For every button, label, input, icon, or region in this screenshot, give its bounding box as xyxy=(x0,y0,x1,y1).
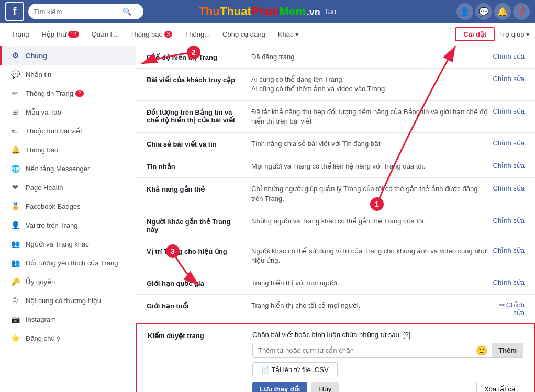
upload-csv-label: Tải lên từ file .CSV xyxy=(271,366,328,374)
sidebar-label-thong-tin-trang: Thông tin Trang xyxy=(26,89,73,97)
sidebar-item-chung[interactable]: ⚙ Chung xyxy=(0,46,136,65)
emoji-icon[interactable]: 🙂 xyxy=(472,345,492,356)
sidebar-item-page-health[interactable]: ❤ Page Health xyxy=(0,178,136,197)
chinh-sua-chia-se[interactable]: Chỉnh sửa xyxy=(493,139,525,147)
chinh-sua-che-do[interactable]: Chỉnh sửa xyxy=(493,52,525,60)
kiem-duyet-title: Chặn bài viết hoặc bình luận chứa những … xyxy=(252,331,523,339)
setting-action-kha-nang: Chỉnh sửa xyxy=(488,184,525,192)
thong-tin-badge: 2 xyxy=(75,90,84,97)
top-navigation: f 🔍 ThuThuatPhanMem.vn Tao 👤 💬 🔔 ❓ xyxy=(0,0,535,23)
bell-icon: 🔔 xyxy=(10,145,20,154)
tro-giup-button[interactable]: Trợ giúp ▾ xyxy=(499,30,530,38)
kiem-duyet-input-row: 🙂 Thêm xyxy=(252,343,523,358)
nav-thong-bao[interactable]: Thông báo 3 xyxy=(124,23,179,46)
hop-thu-badge: 12 xyxy=(68,31,79,38)
nav-trang[interactable]: Trang xyxy=(5,23,35,46)
chinh-sua-kha-nang[interactable]: Chỉnh sửa xyxy=(493,184,525,192)
setting-row-nguoi-khac: Người khác gắn thẻ Trang này Những người… xyxy=(136,210,535,240)
friends-icon[interactable]: 👤 xyxy=(456,3,473,20)
setting-action-che-do: Chỉnh sửa xyxy=(488,52,525,60)
upload-csv-button[interactable]: 📄 Tải lên từ file .CSV xyxy=(252,362,338,377)
thong-bao-badge: 3 xyxy=(164,31,173,38)
setting-value-gioi-han-tuoi: Trang hiển thị cho tất cả mọi người. xyxy=(251,301,488,310)
chinh-sua-vi-tri[interactable]: Chỉnh sửa xyxy=(493,247,525,254)
nav-cong-cu-dang[interactable]: Công cụ đăng xyxy=(216,23,272,46)
search-input[interactable] xyxy=(34,8,122,16)
sidebar-item-doi-tuong[interactable]: 👥 Đối tượng yêu thích của Trang xyxy=(0,253,136,272)
help-icon[interactable]: ❓ xyxy=(513,3,530,20)
chinh-sua-gioi-han-quoc-gia[interactable]: Chỉnh sửa xyxy=(493,278,525,286)
kiem-duyet-inner: Kiểm duyệt trang Chặn bài viết hoặc bình… xyxy=(148,331,523,392)
chinh-sua-tin-nhan[interactable]: Chỉnh sửa xyxy=(493,162,525,170)
setting-label-tin-nhan: Tin nhắn xyxy=(147,162,251,171)
file-icon: 📄 xyxy=(261,366,270,374)
sidebar-item-thong-tin-trang[interactable]: ✏ Thông tin Trang 2 xyxy=(0,84,136,103)
badge-icon: 🏅 xyxy=(10,202,20,210)
setting-action-vi-tri: Chỉnh sửa xyxy=(488,247,525,254)
setting-row-doi-tuong: Đối tượng trên Bảng tin và chế độ hiển t… xyxy=(136,101,535,133)
nav-hop-thu[interactable]: Hộp thư 12 xyxy=(35,23,85,46)
setting-action-tin-nhan: Chỉnh sửa xyxy=(488,162,525,170)
sidebar-item-thuoc-tinh[interactable]: 🏷 Thuộc tính bài viết xyxy=(0,121,136,140)
setting-action-nguoi-khac: Chỉnh sửa xyxy=(488,217,525,225)
setting-value-che-do: Đã đăng trang xyxy=(251,52,488,62)
search-bar[interactable]: 🔍 xyxy=(28,4,143,19)
nav-thong[interactable]: Thông... xyxy=(179,23,216,46)
setting-action-chia-se: Chỉnh sửa xyxy=(488,139,525,147)
sidebar-item-nguoi-trang[interactable]: 👥 Người và Trang khác xyxy=(0,234,136,253)
setting-label-chia-se: Chia sẻ bài viết và tin xyxy=(147,139,251,148)
sidebar-item-nhan-tin[interactable]: 💬 Nhắn tin xyxy=(0,65,136,84)
sidebar-item-badges[interactable]: 🏅 Facebook Badges xyxy=(0,197,136,216)
sidebar-item-thong-bao[interactable]: 🔔 Thông báo xyxy=(0,140,136,159)
kiem-duyet-input[interactable] xyxy=(253,343,472,357)
sidebar-item-instagram[interactable]: 📷 Instagram xyxy=(0,310,136,329)
setting-label-gioi-han-quoc-gia: Giới hạn quốc gia xyxy=(147,278,251,287)
sidebar-label-mau-tab: Mẫu và Tab xyxy=(26,108,61,116)
message-icon: 💬 xyxy=(10,70,20,79)
setting-action-bai-viet: Chỉnh sửa xyxy=(488,75,525,83)
chinh-sua-gioi-han-tuoi[interactable]: Chỉnh sửa xyxy=(506,301,525,317)
setting-action-gioi-han-quoc-gia: Chỉnh sửa xyxy=(488,278,525,286)
edit-icon: ✏ xyxy=(10,89,20,97)
messenger-icon[interactable]: 💬 xyxy=(475,3,492,20)
sidebar-label-nen-tang: Nền tảng Messenger xyxy=(26,165,90,173)
xoa-tat-ca-button[interactable]: Xóa tất cả xyxy=(476,382,523,392)
setting-action-doi-tuong: Chỉnh sửa xyxy=(488,107,525,115)
facebook-logo: f xyxy=(5,2,24,21)
copyright-icon: © xyxy=(10,296,20,305)
sec-nav-right: Cài đặt Trợ giúp ▾ xyxy=(455,27,530,41)
cai-dat-button[interactable]: Cài đặt xyxy=(455,27,495,41)
upload-csv-row: 📄 Tải lên từ file .CSV xyxy=(252,362,523,377)
sidebar-label-noi-dung: Nội dung có thương hiệu xyxy=(26,297,101,305)
setting-value-kha-nang: Chỉ những người giúp quản lý Trang của t… xyxy=(251,184,488,203)
sidebar-item-uy-quyen[interactable]: 🔑 Ủy quyền xyxy=(0,272,136,291)
sidebar-label-doi-tuong: Đối tượng yêu thích của Trang xyxy=(26,259,118,267)
setting-value-vi-tri: Người khác có thể sử dụng vị trí của Tra… xyxy=(251,247,488,265)
content-area: Chế độ hiển thị Trang Đã đăng trang Chỉn… xyxy=(136,46,535,392)
instagram-icon: 📷 xyxy=(10,315,20,323)
setting-label-gioi-han-tuoi: Giới hạn tuổi xyxy=(147,301,251,310)
setting-value-bai-viet: Ai cũng có thể đăng lên Trang.Ai cũng có… xyxy=(251,75,488,94)
sidebar-label-chung: Chung xyxy=(26,52,47,60)
them-button[interactable]: Thêm xyxy=(492,343,523,357)
notifications-icon[interactable]: 🔔 xyxy=(494,3,511,20)
setting-value-nguoi-khac: Những người và Trang khác có thể gắn thẻ… xyxy=(251,217,488,226)
huy-button[interactable]: Hủy xyxy=(311,382,339,392)
sidebar-label-uy-quyen: Ủy quyền xyxy=(26,278,55,286)
sidebar-item-vai-tro[interactable]: 👤 Vai trò trên Trang xyxy=(0,216,136,234)
chinh-sua-bai-viet[interactable]: Chỉnh sửa xyxy=(493,75,525,83)
sidebar-item-dang-chu-y[interactable]: ⭐ Đăng chú ý xyxy=(0,329,136,348)
setting-row-gioi-han-tuoi: Giới hạn tuổi Trang hiển thị cho tất cả … xyxy=(136,295,535,323)
chinh-sua-nguoi-khac[interactable]: Chỉnh sửa xyxy=(493,217,525,225)
nav-khac[interactable]: Khác ▾ xyxy=(272,23,305,46)
person-icon: 👤 xyxy=(10,221,20,229)
globe-icon: 🌐 xyxy=(10,164,20,173)
sidebar-item-nen-tang[interactable]: 🌐 Nền tảng Messenger xyxy=(0,159,136,178)
sidebar-item-noi-dung[interactable]: © Nội dung có thương hiệu xyxy=(0,291,136,310)
luu-button[interactable]: Lưu thay đổi xyxy=(252,382,307,392)
setting-value-doi-tuong: Đã tắt khả năng thu hẹp đối tượng tiềm n… xyxy=(251,107,488,126)
nav-quan-ly[interactable]: Quản l... xyxy=(85,23,124,46)
chinh-sua-doi-tuong[interactable]: Chỉnh sửa xyxy=(493,107,525,115)
sidebar-item-mau-tab[interactable]: ⊞ Mẫu và Tab xyxy=(0,103,136,121)
sidebar-label-nhan-tin: Nhắn tin xyxy=(26,71,51,79)
